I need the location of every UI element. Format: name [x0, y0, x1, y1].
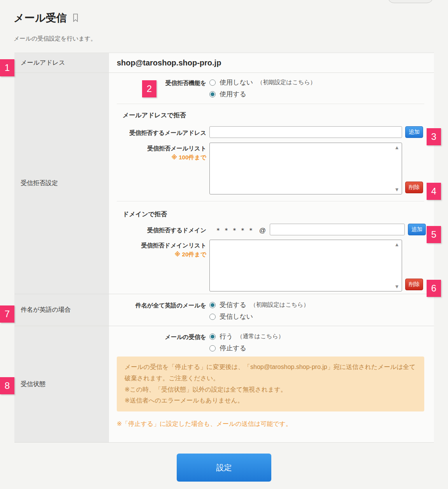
settings-table: メールアドレス shop@taroshop.shop-pro.jp 受信拒否設定… [14, 53, 434, 443]
radio-english-receive[interactable]: 受信する （初期設定はこちら） [209, 300, 309, 309]
section-reject-by-domain: ドメインで拒否 [123, 210, 434, 219]
mail-address-value: shop@taroshop.shop-pro.jp [109, 53, 434, 72]
step-badge-7: 7 [0, 305, 14, 323]
divider [117, 104, 424, 104]
delete-address-button[interactable]: 削除 [405, 182, 423, 193]
step-badge-6: 6 [427, 280, 441, 297]
radio-icon[interactable] [209, 314, 216, 320]
page: メール受信 メールの受信設定を行います。 メールアドレス shop@tarosh… [0, 0, 448, 489]
step-badge-2: 2 [142, 80, 156, 97]
reject-feature-label: 受信拒否機能を [109, 77, 206, 87]
step-badge-1: 1 [0, 59, 14, 76]
row-reception-state: 受信状態 メールの受信を 行う （通常はこちら） 停止する [14, 326, 434, 443]
reject-address-listbox[interactable]: ▲ ▼ [209, 143, 402, 194]
warning-line: ※この時、「受信状態」以外の設定は全て無視されます。 [125, 384, 416, 395]
step-badge-8: 8 [0, 377, 14, 394]
step-badge-3: 3 [427, 128, 441, 145]
add-address-button[interactable]: 追加 [405, 126, 423, 138]
divider [117, 201, 424, 201]
step-badge-5: 5 [427, 226, 441, 243]
reject-domain-listbox[interactable]: ▲ ▼ [209, 240, 402, 291]
scroll-up-icon[interactable]: ▲ [394, 145, 399, 150]
radio-icon[interactable] [209, 79, 216, 86]
row-english-subject: 件名が英語の場合 件名が全て英語のメールを 受信する （初期設定はこちら） 受信… [14, 294, 434, 326]
reject-address-list-line: 受信拒否メールリスト ※ 100件まで ▲ ▼ 削除 [109, 143, 434, 194]
reject-address-list-limit: ※ 100件まで [109, 154, 206, 161]
reject-address-input-line: 受信拒否するメールアドレス 追加 [109, 126, 434, 138]
reception-options: 行う （通常はこちら） 停止する [209, 331, 284, 353]
reject-domain-input-label: 受信拒否するドメイン [109, 224, 206, 234]
row-english-subject-label: 件名が英語の場合 [14, 294, 109, 326]
page-title: メール受信 [14, 11, 448, 25]
english-subject-options: 受信する （初期設定はこちら） 受信しない [209, 300, 309, 321]
page-subtitle: メールの受信設定を行います。 [14, 35, 448, 42]
row-reject-settings: 受信拒否設定 受信拒否機能を 使用しない （初期設定はこちら） 使用する [14, 73, 434, 294]
warning-line: メールの受信を「停止する」に変更後は、「shop@taroshop.shop-p… [125, 362, 416, 384]
reject-address-input[interactable] [209, 126, 402, 138]
radio-reception-stop[interactable]: 停止する [209, 344, 284, 353]
reject-domain-list-limit: ※ 20件まで [109, 251, 206, 258]
reception-control-label: メールの受信を [109, 331, 206, 341]
scroll-up-icon[interactable]: ▲ [394, 242, 399, 247]
warning-line: ※送信者へのエラーメールもありません。 [125, 395, 416, 406]
row-reject-settings-label: 受信拒否設定 [14, 73, 109, 294]
radio-feature-on[interactable]: 使用する [209, 90, 316, 99]
step-badge-4: 4 [427, 183, 441, 200]
reject-domain-list-line: 受信拒否ドメインリスト ※ 20件まで ▲ ▼ 削除 [109, 240, 434, 291]
scroll-down-icon[interactable]: ▼ [394, 187, 399, 192]
reject-domain-input[interactable] [270, 224, 405, 235]
top-right-button-cutoff[interactable] [388, 0, 433, 3]
reject-domain-list-label: 受信拒否ドメインリスト [141, 242, 206, 249]
row-reception-state-label: 受信状態 [14, 326, 109, 442]
submit-button[interactable]: 設定 [177, 454, 271, 482]
english-subject-control-label: 件名が全て英語のメールを [109, 300, 206, 309]
radio-reception-on[interactable]: 行う （通常はこちら） [209, 332, 284, 341]
bookmark-icon[interactable] [73, 13, 78, 25]
radio-icon[interactable] [209, 334, 216, 340]
page-title-text: メール受信 [14, 11, 67, 25]
reject-domain-input-line: 受信拒否するドメイン ＊＊＊＊＊ @ 追加 [109, 224, 434, 235]
stop-note: ※「停止する」に設定した場合も、メールの送信は可能です。 [117, 420, 434, 428]
reject-feature-line: 受信拒否機能を 使用しない （初期設定はこちら） 使用する [109, 77, 434, 99]
radio-icon[interactable] [209, 345, 216, 351]
reject-address-list-label: 受信拒否メールリスト [147, 145, 206, 152]
section-reject-by-address: メールアドレスで拒否 [123, 111, 434, 120]
domain-prefix: ＊＊＊＊＊ @ [215, 226, 267, 235]
scroll-down-icon[interactable]: ▼ [394, 284, 399, 289]
radio-english-reject[interactable]: 受信しない [209, 312, 309, 321]
delete-domain-button[interactable]: 削除 [405, 279, 423, 290]
row-mail-address: メールアドレス shop@taroshop.shop-pro.jp [14, 53, 434, 73]
stop-warning-box: メールの受信を「停止する」に変更後は、「shop@taroshop.shop-p… [117, 357, 424, 411]
reject-feature-options: 使用しない （初期設定はこちら） 使用する [209, 77, 316, 99]
row-mail-address-label: メールアドレス [14, 53, 109, 72]
radio-icon[interactable] [209, 302, 216, 308]
radio-feature-off[interactable]: 使用しない （初期設定はこちら） [209, 78, 316, 87]
radio-icon[interactable] [209, 91, 216, 97]
reject-address-input-label: 受信拒否するメールアドレス [109, 126, 206, 137]
add-domain-button[interactable]: 追加 [408, 224, 426, 235]
